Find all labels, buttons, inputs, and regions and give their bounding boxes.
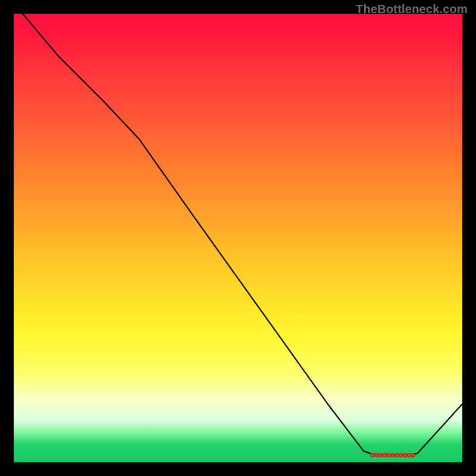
- marker-dot: [395, 453, 399, 458]
- marker-dot: [383, 453, 387, 458]
- marker-dot: [375, 453, 379, 458]
- marker-dot: [399, 453, 403, 458]
- optimal-markers: [371, 453, 415, 458]
- plot-area: [14, 14, 462, 462]
- marker-dot: [411, 453, 415, 458]
- chart-svg: [14, 14, 462, 462]
- marker-dot: [371, 453, 375, 458]
- marker-dot: [403, 453, 407, 458]
- chart-frame: TheBottleneck.com: [0, 0, 476, 476]
- marker-dot: [387, 453, 391, 458]
- marker-dot: [407, 453, 411, 458]
- bottleneck-curve: [23, 14, 462, 456]
- marker-dot: [378, 453, 383, 458]
- marker-dot: [391, 453, 395, 458]
